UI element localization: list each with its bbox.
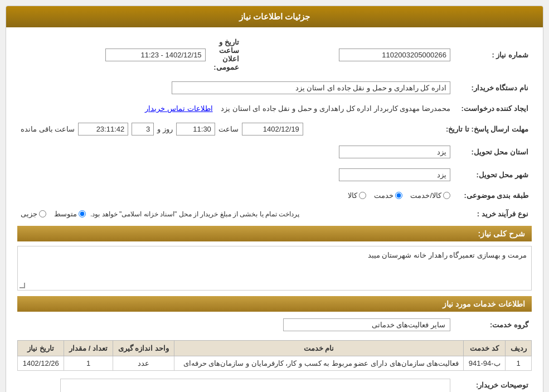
process-radio-motevaset[interactable]: متوسط — [54, 210, 86, 218]
process-note: پرداخت تمام یا بخشی از مبلغ خریدار از مح… — [90, 210, 299, 218]
deadline-days-label: روز و — [157, 125, 173, 133]
deadline-remaining: 23:11:42 — [78, 123, 128, 135]
requester-value: محمدرضا مهدوی کاربردار اداره کل راهداری … — [221, 104, 450, 113]
category-radio-kala-khedmat[interactable]: کالا/خدمت — [410, 191, 450, 200]
process-radio-group: متوسط جزیی — [21, 210, 86, 218]
card-body: شماره نیاز : 1102003205000266 تاریخ و سا… — [6, 27, 543, 392]
info-table-deadline: مهلت ارسال پاسخ: تا تاریخ: 1402/12/19 سا… — [17, 120, 532, 138]
info-table-category: طبقه بندی موضوعی: کالا/خدمت خدمت — [17, 189, 532, 202]
col-header-unit: واحد اندازه گیری — [113, 341, 174, 356]
cell-code: ب-94-941 — [464, 356, 506, 371]
contact-link[interactable]: اطلاعات تماس خریدار — [145, 104, 212, 113]
buyer-comments-label: توصیحات خریدار: — [454, 376, 532, 392]
card-header: جزئیات اطلاعات نیاز — [6, 6, 543, 27]
deadline-time: 11:30 — [176, 123, 215, 135]
province-label: استان محل تحویل: — [454, 143, 532, 161]
header-title: جزئیات اطلاعات نیاز — [239, 12, 310, 21]
info-table-comments: توصیحات خریدار: — [17, 376, 532, 392]
category-radio-khedmat[interactable]: خدمت — [374, 191, 402, 200]
resize-handle-icon — [20, 283, 25, 288]
deadline-remaining-label: ساعت باقی مانده — [21, 125, 75, 133]
city-label: شهر محل تحویل: — [454, 166, 532, 183]
info-table-province: استان محل تحویل: یزد — [17, 143, 532, 161]
info-table-city: شهر محل تحویل: یزد — [17, 166, 532, 183]
cell-name: فعالیت‌های سازمان‌های دارای عضو مربوط به… — [174, 356, 464, 371]
category-label: طبقه بندی موضوعی: — [454, 189, 532, 202]
col-header-row-num: ردیف — [506, 341, 532, 356]
main-card: جزئیات اطلاعات نیاز شماره نیاز : 1102003… — [6, 6, 543, 392]
info-table-process: نوع فرآیند خرید : پرداخت تمام یا بخشی از… — [17, 207, 532, 220]
service-section-header: اطلاعات خدمات مورد نیاز — [17, 296, 532, 312]
col-header-code: کد خدمت — [464, 341, 506, 356]
service-group-value: سایر فعالیت‌های خدماتی — [283, 318, 450, 331]
deadline-label: مهلت ارسال پاسخ: تا تاریخ: — [443, 120, 532, 138]
process-radio-jozi[interactable]: جزیی — [21, 210, 46, 218]
niaaz-number-value: 1102003205000266 — [339, 49, 450, 61]
buyer-comments-box — [60, 379, 450, 392]
cell-unit: عدد — [113, 356, 174, 371]
info-table-org: نام دستگاه خریدار: اداره کل راهداری و حم… — [17, 79, 532, 96]
buyer-org-label: نام دستگاه خریدار: — [454, 79, 532, 96]
info-table-top: شماره نیاز : 1102003205000266 تاریخ و سا… — [17, 36, 532, 74]
deadline-row: 1402/12/19 ساعت 11:30 روز و 3 23:11:42 س… — [21, 123, 439, 135]
col-header-quantity: تعداد / مقدار — [64, 341, 113, 356]
deadline-time-label: ساعت — [218, 125, 239, 133]
col-header-date: تاریخ نیاز — [18, 341, 64, 356]
requester-label: ایجاد کننده درخواست: — [454, 102, 532, 115]
buyer-org-value: اداره کل راهداری و حمل و نقل جاده ای است… — [172, 81, 450, 94]
category-radio-group: کالا/خدمت خدمت کالا — [21, 191, 450, 200]
service-table: ردیف کد خدمت نام خدمت واحد اندازه گیری ت… — [17, 340, 532, 371]
info-table-requester: ایجاد کننده درخواست: محمدرضا مهدوی کاربر… — [17, 102, 532, 115]
description-section-header: شرح کلی نیاز: — [17, 226, 532, 241]
cell-row-num: 1 — [506, 356, 532, 371]
announcement-time-label: تاریخ و ساعت اعلان عمومی: — [209, 36, 242, 74]
city-value: یزد — [339, 168, 450, 181]
niaaz-number-label: شماره نیاز : — [454, 36, 532, 74]
table-row: 1 ب-94-941 فعالیت‌های سازمان‌های دارای ع… — [18, 356, 532, 371]
service-group-label: گروه خدمت: — [454, 316, 532, 333]
description-text: مرمت و بهسازی تعمیرگاه راهدار خانه شهرست… — [18, 246, 531, 264]
category-radio-kala[interactable]: کالا — [348, 191, 366, 200]
info-table-service-group: گروه خدمت: سایر فعالیت‌های خدماتی — [17, 316, 532, 333]
cell-quantity: 1 — [64, 356, 113, 371]
announcement-time-value: 1402/12/15 - 11:23 — [105, 49, 206, 61]
province-value: یزد — [339, 146, 450, 158]
col-header-name: نام خدمت — [174, 341, 464, 356]
description-area: مرمت و بهسازی تعمیرگاه راهدار خانه شهرست… — [17, 246, 532, 291]
deadline-days: 3 — [132, 123, 154, 135]
process-label: نوع فرآیند خرید : — [454, 207, 532, 220]
deadline-date: 1402/12/19 — [242, 123, 303, 135]
page-container: جزئیات اطلاعات نیاز شماره نیاز : 1102003… — [0, 0, 549, 392]
cell-date: 1402/12/26 — [18, 356, 64, 371]
